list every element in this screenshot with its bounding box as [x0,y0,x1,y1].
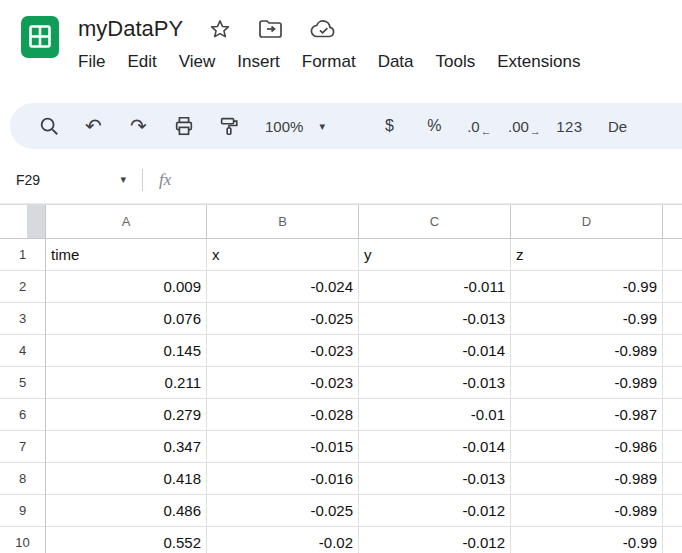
cell[interactable]: 0.009 [46,271,207,303]
sheets-logo-icon[interactable] [18,15,62,59]
table-row: 6 0.279 -0.028 -0.01 -0.987 [0,399,682,431]
cell[interactable] [663,399,682,431]
search-icon[interactable] [26,106,71,146]
cell[interactable]: -0.025 [207,303,359,335]
document-title[interactable]: myDataPY [78,16,183,42]
cell[interactable]: -0.99 [511,527,663,553]
cell[interactable]: 0.418 [46,463,207,495]
cell[interactable] [663,335,682,367]
menu-item-extensions[interactable]: Extensions [486,49,591,75]
titlebar: myDataPY [0,0,682,94]
cell[interactable]: y [359,239,511,271]
zoom-select[interactable]: 100% ▾ [251,118,339,135]
cell[interactable]: -0.02 [207,527,359,553]
select-all-corner[interactable] [0,205,46,239]
font-family-select[interactable]: De [608,118,627,135]
menu-item-file[interactable]: File [67,49,116,75]
row-number[interactable]: 9 [0,495,46,527]
cell[interactable]: time [46,239,207,271]
cell[interactable]: 0.552 [46,527,207,553]
row-number[interactable]: 10 [0,527,46,553]
cell[interactable]: x [207,239,359,271]
cell[interactable]: 0.486 [46,495,207,527]
menu-item-insert[interactable]: Insert [226,49,291,75]
cell[interactable]: -0.012 [359,495,511,527]
redo-icon[interactable]: ↷ [116,106,161,146]
cell[interactable]: -0.025 [207,495,359,527]
cell[interactable]: -0.028 [207,399,359,431]
cell[interactable]: -0.013 [359,303,511,335]
paint-format-icon[interactable] [206,106,251,146]
cell[interactable]: 0.076 [46,303,207,335]
cell[interactable] [663,367,682,399]
row-number[interactable]: 7 [0,431,46,463]
cell[interactable] [663,271,682,303]
cell[interactable]: 0.279 [46,399,207,431]
more-formats-button[interactable]: 123 [547,106,592,146]
cell[interactable]: -0.012 [359,527,511,553]
cell[interactable]: -0.023 [207,335,359,367]
format-percent-button[interactable]: % [412,106,457,146]
cell[interactable]: -0.013 [359,463,511,495]
cell[interactable]: -0.014 [359,335,511,367]
cell[interactable] [663,463,682,495]
cell[interactable]: -0.011 [359,271,511,303]
toolbar-wrapper: ↶ ↷ 100% ▾ $ [0,94,682,156]
cell[interactable]: -0.023 [207,367,359,399]
cell[interactable]: -0.99 [511,271,663,303]
cell[interactable]: 0.211 [46,367,207,399]
cell[interactable]: -0.986 [511,431,663,463]
row-number[interactable]: 8 [0,463,46,495]
cell[interactable] [663,495,682,527]
row-number[interactable]: 6 [0,399,46,431]
row-number[interactable]: 4 [0,335,46,367]
cell[interactable] [663,431,682,463]
cloud-saved-icon[interactable] [310,18,337,40]
cell[interactable]: 0.347 [46,431,207,463]
column-header-a[interactable]: A [46,205,207,239]
cell[interactable]: -0.987 [511,399,663,431]
formula-input[interactable] [171,156,682,203]
cell[interactable]: z [511,239,663,271]
menu-item-edit[interactable]: Edit [116,49,167,75]
cell[interactable]: -0.015 [207,431,359,463]
cell[interactable] [663,303,682,335]
table-row: 7 0.347 -0.015 -0.014 -0.986 [0,431,682,463]
column-header-b[interactable]: B [207,205,359,239]
cell[interactable] [663,527,682,553]
menu-item-view[interactable]: View [168,49,227,75]
menu-item-format[interactable]: Format [291,49,367,75]
print-icon[interactable] [161,106,206,146]
table-row: 4 0.145 -0.023 -0.014 -0.989 [0,335,682,367]
increase-decimals-button[interactable]: .00→ [502,106,547,146]
menu-item-data[interactable]: Data [367,49,425,75]
cell[interactable]: -0.024 [207,271,359,303]
cell[interactable]: -0.989 [511,495,663,527]
star-icon[interactable] [209,18,231,40]
column-header-e-partial[interactable] [663,205,682,239]
name-box[interactable]: F29 ▾ [14,172,132,188]
menu-item-tools[interactable]: Tools [425,49,487,75]
right-arrow-icon: → [530,125,541,137]
column-header-d[interactable]: D [511,205,663,239]
cell[interactable]: -0.016 [207,463,359,495]
cell[interactable]: -0.989 [511,367,663,399]
row-number[interactable]: 5 [0,367,46,399]
format-currency-button[interactable]: $ [367,106,412,146]
cell[interactable]: -0.989 [511,463,663,495]
cell[interactable]: -0.99 [511,303,663,335]
decrease-decimals-button[interactable]: .0← [457,106,502,146]
undo-icon[interactable]: ↶ [71,106,116,146]
cell[interactable] [663,239,682,271]
cell[interactable]: -0.989 [511,335,663,367]
cell[interactable]: -0.014 [359,431,511,463]
row-number[interactable]: 2 [0,271,46,303]
cell[interactable]: 0.145 [46,335,207,367]
column-header-c[interactable]: C [359,205,511,239]
row-number[interactable]: 3 [0,303,46,335]
cell[interactable]: -0.013 [359,367,511,399]
row-number[interactable]: 1 [0,239,46,271]
move-folder-icon[interactable] [258,18,283,40]
cell[interactable]: -0.01 [359,399,511,431]
spreadsheet-grid: A B C D 1 time x y z 2 0.009 -0.024 -0.0… [0,204,682,553]
